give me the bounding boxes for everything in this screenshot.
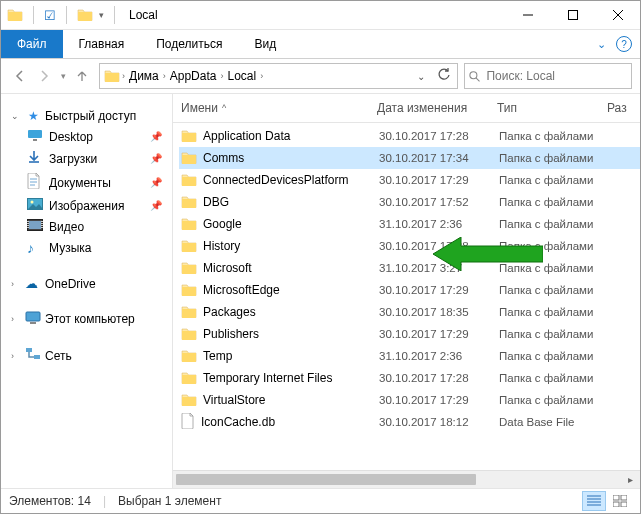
table-row[interactable]: Publishers30.10.2017 17:29Папка с файлам… <box>179 323 640 345</box>
expand-icon[interactable]: › <box>11 351 21 361</box>
table-row[interactable]: IconCache.db30.10.2017 18:12Data Base Fi… <box>179 411 640 433</box>
nav-item-downloads[interactable]: Загрузки 📌 <box>1 147 172 170</box>
column-name[interactable]: Имени ^ <box>181 101 377 115</box>
file-type: Data Base File <box>499 416 619 428</box>
column-date[interactable]: Дата изменения <box>377 101 497 115</box>
file-date: 30.10.2017 17:28 <box>379 240 499 252</box>
folder-icon <box>181 128 197 145</box>
search-box[interactable] <box>464 63 632 89</box>
nav-item-desktop[interactable]: Desktop 📌 <box>1 126 172 147</box>
navigation-bar: ▾ › Дима › AppData › Local › ⌄ <box>1 59 640 93</box>
minimize-button[interactable] <box>505 1 550 29</box>
svg-rect-11 <box>34 355 40 359</box>
table-row[interactable]: ConnectedDevicesPlatform30.10.2017 17:29… <box>179 169 640 191</box>
nav-item-videos[interactable]: Видео <box>1 216 172 237</box>
file-date: 31.10.2017 3:27 <box>379 262 499 274</box>
scrollbar-thumb[interactable] <box>176 474 476 485</box>
file-type: Папка с файлами <box>499 350 619 362</box>
folder-icon <box>181 260 197 277</box>
svg-rect-8 <box>26 312 40 321</box>
horizontal-scrollbar[interactable]: ▸ <box>173 470 640 488</box>
back-button[interactable] <box>9 65 31 87</box>
file-name: MicrosoftEdge <box>203 283 280 297</box>
maximize-button[interactable] <box>550 1 595 29</box>
tab-home[interactable]: Главная <box>63 30 141 58</box>
folder-icon <box>181 238 197 255</box>
nav-onedrive[interactable]: › ☁ OneDrive <box>1 273 172 294</box>
file-name: ConnectedDevicesPlatform <box>203 173 348 187</box>
help-icon[interactable]: ? <box>616 36 632 52</box>
breadcrumb[interactable]: Local <box>225 69 258 83</box>
table-row[interactable]: Google31.10.2017 2:36Папка с файлами <box>179 213 640 235</box>
svg-rect-0 <box>568 11 577 20</box>
ribbon-expand-icon[interactable]: ⌄ <box>587 30 616 58</box>
chevron-right-icon[interactable]: › <box>220 71 223 81</box>
file-name: DBG <box>203 195 229 209</box>
forward-button[interactable] <box>33 65 55 87</box>
scroll-right-icon[interactable]: ▸ <box>623 472 638 487</box>
explorer-window: ☑ ▾ Local Файл Главная Поделиться Вид ⌄ … <box>0 0 641 514</box>
file-date: 30.10.2017 17:29 <box>379 174 499 186</box>
table-row[interactable]: DBG30.10.2017 17:52Папка с файлами <box>179 191 640 213</box>
table-row[interactable]: Microsoft31.10.2017 3:27Папка с файлами <box>179 257 640 279</box>
file-type: Папка с файлами <box>499 372 619 384</box>
folder-icon <box>181 370 197 387</box>
nav-item-music[interactable]: ♪ Музыка <box>1 237 172 259</box>
computer-icon <box>25 311 41 327</box>
search-input[interactable] <box>484 68 627 84</box>
address-dropdown-icon[interactable]: ⌄ <box>411 71 431 82</box>
table-row[interactable]: MicrosoftEdge30.10.2017 17:29Папка с фай… <box>179 279 640 301</box>
pin-icon: 📌 <box>150 131 162 142</box>
chevron-right-icon[interactable]: › <box>122 71 125 81</box>
file-date: 30.10.2017 17:28 <box>379 372 499 384</box>
close-button[interactable] <box>595 1 640 29</box>
recent-dropdown-icon[interactable]: ▾ <box>57 65 69 87</box>
network-icon <box>25 347 41 364</box>
breadcrumb[interactable]: Дима <box>127 69 161 83</box>
table-row[interactable]: Temp31.10.2017 2:36Папка с файлами <box>179 345 640 367</box>
qat-checkbox[interactable]: ☑ <box>44 8 56 23</box>
file-name: Comms <box>203 151 244 165</box>
qat-dropdown-icon[interactable]: ▾ <box>99 10 104 20</box>
tab-share[interactable]: Поделиться <box>140 30 238 58</box>
tab-file[interactable]: Файл <box>1 30 63 58</box>
nav-this-pc[interactable]: › Этот компьютер <box>1 308 172 330</box>
table-row[interactable]: History30.10.2017 17:28Папка с файлами <box>179 235 640 257</box>
table-row[interactable]: Packages30.10.2017 18:35Папка с файлами <box>179 301 640 323</box>
address-bar[interactable]: › Дима › AppData › Local › ⌄ <box>99 63 458 89</box>
file-date: 30.10.2017 17:52 <box>379 196 499 208</box>
view-details-button[interactable] <box>582 491 606 511</box>
chevron-right-icon[interactable]: › <box>260 71 263 81</box>
onedrive-icon: ☁ <box>25 276 41 291</box>
column-type[interactable]: Тип <box>497 101 607 115</box>
file-name: History <box>203 239 240 253</box>
file-name: Google <box>203 217 242 231</box>
nav-item-pictures[interactable]: Изображения 📌 <box>1 195 172 216</box>
file-name: Microsoft <box>203 261 252 275</box>
nav-network[interactable]: › Сеть <box>1 344 172 367</box>
file-date: 30.10.2017 18:35 <box>379 306 499 318</box>
chevron-right-icon[interactable]: › <box>163 71 166 81</box>
tab-view[interactable]: Вид <box>238 30 292 58</box>
table-row[interactable]: Temporary Internet Files30.10.2017 17:28… <box>179 367 640 389</box>
expand-icon[interactable]: › <box>11 279 21 289</box>
expand-icon[interactable]: › <box>11 314 21 324</box>
breadcrumb[interactable]: AppData <box>168 69 219 83</box>
nav-item-documents[interactable]: Документы 📌 <box>1 170 172 195</box>
refresh-icon[interactable] <box>433 68 455 85</box>
table-row[interactable]: Comms30.10.2017 17:34Папка с файлами <box>179 147 640 169</box>
table-row[interactable]: Application Data30.10.2017 17:28Папка с … <box>179 125 640 147</box>
window-title: Local <box>129 8 158 22</box>
column-headers: Имени ^ Дата изменения Тип Раз <box>173 94 640 123</box>
view-large-button[interactable] <box>608 491 632 511</box>
pin-icon: 📌 <box>150 177 162 188</box>
star-icon: ★ <box>25 109 41 123</box>
collapse-icon[interactable]: ⌄ <box>11 111 21 121</box>
column-size[interactable]: Раз <box>607 101 631 115</box>
file-list-pane: Имени ^ Дата изменения Тип Раз Applicati… <box>173 94 640 488</box>
table-row[interactable]: VirtualStore30.10.2017 17:29Папка с файл… <box>179 389 640 411</box>
file-date: 30.10.2017 17:29 <box>379 394 499 406</box>
nav-quick-access[interactable]: ⌄ ★ Быстрый доступ <box>1 106 172 126</box>
file-type: Папка с файлами <box>499 240 619 252</box>
up-button[interactable] <box>71 65 93 87</box>
